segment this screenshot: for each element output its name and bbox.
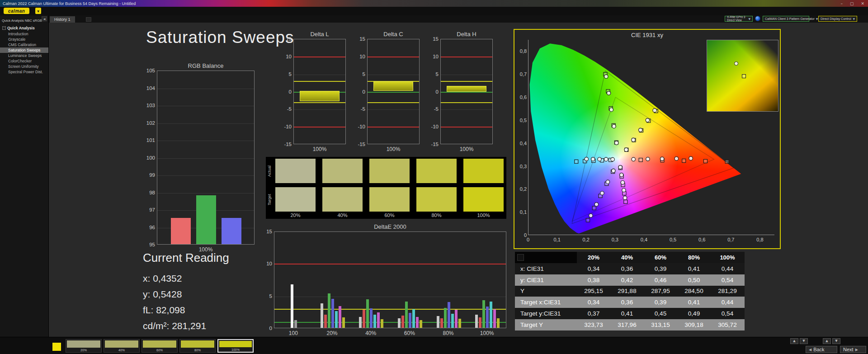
deltae-bar	[455, 310, 458, 328]
deltae-chart-title: DeltaE 2000	[274, 223, 506, 230]
sidebar-item-spectral-power-dist-[interactable]: Spectral Power Dist.	[0, 69, 48, 75]
deltae-bar	[377, 312, 380, 328]
meter-status-icon[interactable]	[755, 16, 760, 21]
pattern-thumbnail-80[interactable]: 80%	[179, 339, 216, 353]
display-control-button[interactable]: Direct Display Control ▼	[818, 16, 857, 22]
measured-marker	[624, 148, 628, 151]
deltae-bar	[493, 309, 496, 328]
table-cell: 287,95	[644, 288, 677, 294]
sidebar: ◀ Quick Analysis NBC sRGB − Quick Analys…	[0, 15, 49, 354]
target-color-swatch	[369, 187, 410, 212]
measured-marker	[612, 169, 615, 172]
actual-color-swatch	[275, 159, 316, 183]
x-tick-label: 100%	[467, 330, 506, 336]
y-tick-label: -5	[278, 106, 292, 112]
gridline	[368, 75, 419, 75]
meter-select-button[interactable]: X-Rite i1Pro 3 Direct View ▼	[725, 16, 753, 22]
pattern-thumbnail-40[interactable]: 40%	[104, 339, 140, 353]
sidebar-collapse-button[interactable]: ◀	[42, 16, 47, 21]
back-label: Back	[813, 347, 824, 352]
sidebar-item-cms-calibration[interactable]: CMS Calibration	[0, 42, 48, 47]
reference-line	[441, 81, 492, 82]
pattern-thumbnail-20[interactable]: 20%	[66, 339, 102, 353]
new-tab-button[interactable]	[86, 17, 91, 22]
sidebar-item-saturation-sweeps[interactable]: Saturation Sweeps	[0, 47, 48, 53]
y-tick-label: 103	[141, 103, 155, 108]
layout-thumbnail[interactable]	[52, 343, 61, 351]
nav-down-button[interactable]: ▼	[800, 338, 808, 344]
table-row-label: x: CIE31	[515, 265, 577, 272]
tree-expander-icon[interactable]: −	[2, 26, 6, 30]
nav-down-button-2[interactable]: ▼	[832, 338, 840, 344]
y-tick-label: -10	[278, 124, 292, 129]
table-row-label: y: CIE31	[515, 277, 577, 283]
table-cell: 0,50	[677, 277, 711, 283]
back-button[interactable]: ◀ Back	[806, 346, 837, 353]
sidebar-item-colorchecker[interactable]: ColorChecker	[0, 58, 48, 64]
target-marker	[703, 159, 707, 163]
y-tick-label: 0,1	[516, 209, 527, 215]
reference-line	[368, 92, 419, 93]
gridline	[157, 158, 254, 159]
gridline	[441, 75, 492, 75]
nav-up-button[interactable]: ▲	[790, 338, 798, 344]
close-icon[interactable]: ✕	[861, 1, 864, 6]
pattern-thumbnail-100[interactable]: 100%	[217, 339, 254, 353]
deltae-bar	[398, 318, 401, 328]
y-tick-label: 0	[351, 89, 365, 94]
deltae-bar	[363, 310, 365, 328]
y-tick-label: -15	[351, 142, 365, 147]
sidebar-root-item[interactable]: − Quick Analysis	[0, 25, 48, 31]
x-tick-label: 0,2	[579, 237, 593, 242]
y-tick-label: 15	[278, 36, 292, 42]
pattern-generator-label: CalMAN Client 3 Pattern Generator	[765, 17, 815, 20]
cie-x-labels: 00,10,20,30,40,50,60,70,8	[528, 237, 774, 243]
reference-line	[441, 57, 492, 57]
target-marker	[639, 158, 642, 162]
deltae-bar	[458, 319, 461, 328]
gridline	[157, 106, 254, 106]
table-cell: 309,18	[677, 321, 711, 328]
sidebar-root-label: Quick Analysis	[7, 26, 35, 30]
logo-menu-caret-button[interactable]: ▼	[35, 8, 41, 14]
measured-marker	[618, 165, 622, 169]
y-tick-label: 105	[141, 68, 155, 73]
caret-down-icon: ▼	[816, 17, 818, 20]
pattern-thumbnail-60[interactable]: 60%	[142, 339, 178, 353]
deltae-bar	[370, 308, 373, 328]
reading-value: cd/m²: 281,291	[143, 318, 206, 334]
next-button[interactable]: Next ▶	[840, 346, 866, 353]
swatch-column-label: 100%	[463, 212, 504, 218]
nav-up-icon: ▲	[826, 339, 828, 343]
nav-up-icon: ▲	[793, 339, 795, 343]
table-cell: 0,54	[711, 310, 744, 317]
tab-history-1[interactable]: History 1	[50, 16, 75, 23]
tab-label: History 1	[54, 17, 71, 22]
sidebar-header: Quick Analysis NBC sRGB	[0, 19, 48, 23]
measured-marker	[653, 109, 656, 112]
actual-color-swatch	[322, 159, 363, 183]
table-cell: 0,39	[644, 299, 677, 306]
deltae-bar	[373, 315, 376, 328]
pattern-generator-button[interactable]: CalMAN Client 3 Pattern Generator ▼	[763, 16, 809, 22]
table-cell: 295,15	[577, 288, 610, 294]
sidebar-item-screen-uniformity[interactable]: Screen Uniformity	[0, 64, 48, 69]
table-row: x: CIE310,340,360,390,410,44	[515, 263, 745, 274]
nav-up-button-2[interactable]: ▲	[823, 338, 831, 344]
table-cell: 0,36	[610, 265, 644, 272]
tab-bar: History 1 X-Rite i1Pro 3 Direct View ▼ C…	[49, 15, 868, 23]
measured-marker	[660, 157, 664, 160]
target-color-swatch	[322, 187, 363, 212]
minimize-icon[interactable]: –	[840, 1, 843, 6]
reference-line	[294, 81, 345, 82]
sidebar-item-introduction[interactable]: Introduction	[0, 31, 48, 37]
calman-logo-button[interactable]: calman	[4, 8, 29, 14]
sidebar-item-luminance-sweeps[interactable]: Luminance Sweeps	[0, 53, 48, 58]
cie-zoom-inset	[707, 40, 778, 112]
sidebar-item-grayscale[interactable]: Grayscale	[0, 37, 48, 42]
y-tick-label: -5	[351, 106, 365, 112]
x-tick-label: 0	[521, 237, 535, 242]
target-marker	[575, 160, 578, 163]
actual-color-swatch	[369, 159, 410, 183]
maximize-icon[interactable]: ▢	[850, 1, 854, 6]
